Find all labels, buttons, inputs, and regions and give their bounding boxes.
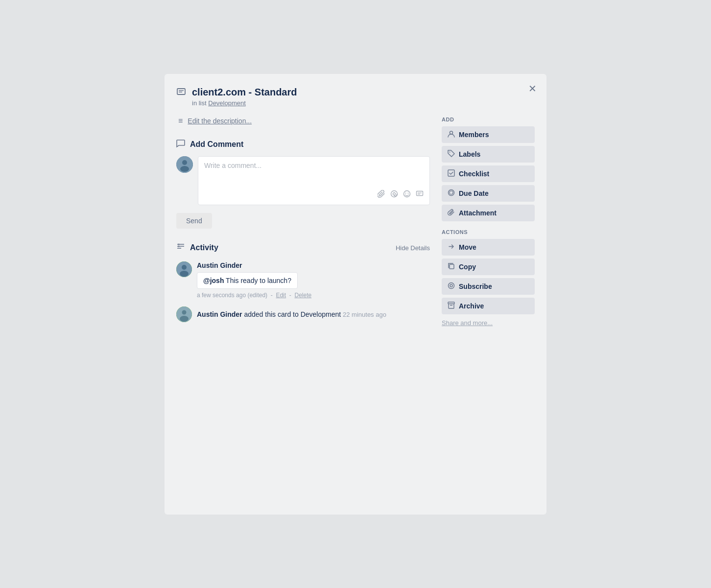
members-icon — [448, 130, 455, 139]
svg-point-25 — [450, 131, 453, 134]
log-action: added this card to Development — [242, 310, 341, 318]
svg-point-4 — [182, 160, 187, 165]
svg-rect-11 — [417, 191, 423, 195]
svg-point-23 — [182, 310, 187, 314]
svg-point-28 — [449, 189, 454, 195]
description-icon: ≡ — [178, 117, 183, 125]
modal-header: client2.com - Standard in list Developme… — [176, 86, 535, 107]
svg-point-9 — [405, 192, 406, 193]
comment-section-icon — [176, 139, 185, 150]
svg-point-5 — [180, 166, 189, 172]
svg-point-10 — [408, 192, 409, 193]
subscribe-icon — [448, 282, 455, 291]
comment-input[interactable] — [204, 162, 424, 186]
user-avatar — [176, 156, 193, 173]
members-label: Members — [459, 131, 489, 139]
card-icon — [176, 88, 186, 100]
title-area: client2.com - Standard in list Developme… — [192, 86, 297, 107]
svg-rect-30 — [450, 264, 454, 269]
labels-button[interactable]: Labels — [442, 146, 535, 163]
due-date-icon — [448, 189, 455, 198]
svg-rect-27 — [448, 170, 454, 176]
svg-rect-33 — [448, 302, 454, 304]
description-row: ≡ Edit the description... — [176, 117, 430, 125]
comment-area — [176, 156, 430, 205]
members-button[interactable]: Members — [442, 126, 535, 143]
comment-text: This ready to launch? — [224, 277, 291, 284]
main-content: ≡ Edit the description... Add Comment — [176, 117, 535, 495]
archive-icon — [448, 302, 455, 310]
edit-comment-link[interactable]: Edit — [276, 292, 286, 299]
comment-toolbar — [204, 190, 424, 200]
card-modal: client2.com - Standard in list Developme… — [165, 74, 546, 515]
activity-content-1: Austin Ginder @josh This ready to launch… — [197, 261, 430, 299]
add-comment-title: Add Comment — [190, 140, 243, 149]
attachment-icon[interactable] — [378, 190, 385, 200]
svg-point-26 — [450, 151, 450, 152]
delete-comment-link[interactable]: Delete — [294, 292, 311, 299]
mention-icon[interactable] — [390, 190, 398, 200]
copy-button[interactable]: Copy — [442, 259, 535, 275]
archive-button[interactable]: Archive — [442, 298, 535, 314]
checklist-button[interactable]: Checklist — [442, 165, 535, 182]
copy-icon — [448, 262, 455, 271]
svg-point-18 — [178, 245, 180, 247]
send-button[interactable]: Send — [176, 213, 212, 229]
labels-label: Labels — [459, 150, 480, 158]
subscribe-button[interactable]: Subscribe — [442, 278, 535, 295]
move-label: Move — [459, 243, 476, 251]
svg-rect-0 — [177, 89, 185, 94]
card-title: client2.com - Standard — [192, 86, 297, 98]
activity-log-text: Austin Ginder added this card to Develop… — [197, 310, 386, 318]
move-icon — [448, 243, 455, 252]
move-button[interactable]: Move — [442, 239, 535, 256]
attachment-icon-right — [448, 209, 455, 217]
subscribe-label: Subscribe — [459, 282, 492, 290]
left-panel: ≡ Edit the description... Add Comment — [176, 117, 430, 495]
attachment-button[interactable]: Attachment — [442, 205, 535, 221]
activity-log-avatar — [176, 306, 192, 322]
checklist-label: Checklist — [459, 170, 489, 178]
comment-mention: @josh — [203, 277, 224, 284]
list-link[interactable]: Development — [208, 99, 246, 107]
comment-input-wrapper[interactable] — [198, 156, 430, 205]
activity-title: Activity — [190, 243, 218, 252]
activity-icon — [176, 242, 185, 254]
close-button[interactable]: ✕ — [526, 82, 539, 95]
right-panel: Add Members Labels — [442, 117, 535, 495]
share-more-link[interactable]: Share and more... — [442, 319, 535, 327]
subtitle-prefix: in list — [192, 99, 207, 107]
activity-avatar-1 — [176, 261, 192, 277]
add-comment-section-header: Add Comment — [176, 139, 430, 150]
card-subtitle: in list Development — [192, 99, 297, 107]
add-section-title: Add — [442, 117, 535, 122]
svg-point-7 — [393, 192, 396, 195]
hide-details-link[interactable]: Hide Details — [396, 244, 430, 252]
checklist-icon — [448, 169, 455, 178]
due-date-button[interactable]: Due Date — [442, 185, 535, 202]
card-icon-toolbar[interactable] — [416, 190, 424, 200]
svg-point-32 — [450, 284, 452, 287]
svg-point-29 — [450, 191, 453, 194]
log-time: 22 minutes ago — [343, 311, 386, 318]
due-date-label: Due Date — [459, 189, 489, 197]
log-author: Austin Ginder — [197, 310, 242, 318]
activity-author-1: Austin Ginder — [197, 261, 430, 269]
comment-bubble-1: @josh This ready to launch? — [197, 272, 298, 289]
activity-log-item: Austin Ginder added this card to Develop… — [176, 306, 430, 322]
svg-point-24 — [180, 316, 189, 322]
activity-comment-item: Austin Ginder @josh This ready to launch… — [176, 261, 430, 299]
activity-time-1: a few seconds ago (edited) — [197, 292, 267, 299]
activity-meta-1: a few seconds ago (edited) - Edit - Dele… — [197, 292, 430, 299]
copy-label: Copy — [459, 263, 476, 271]
svg-point-31 — [449, 282, 454, 288]
svg-point-21 — [180, 271, 189, 277]
svg-point-17 — [178, 243, 180, 245]
labels-icon — [448, 150, 455, 159]
svg-point-20 — [182, 265, 187, 270]
edit-description-link[interactable]: Edit the description... — [188, 117, 252, 125]
attachment-label: Attachment — [459, 209, 497, 217]
activity-section-header: Activity Hide Details — [176, 242, 430, 254]
archive-label: Archive — [459, 302, 484, 310]
emoji-icon[interactable] — [403, 190, 411, 200]
